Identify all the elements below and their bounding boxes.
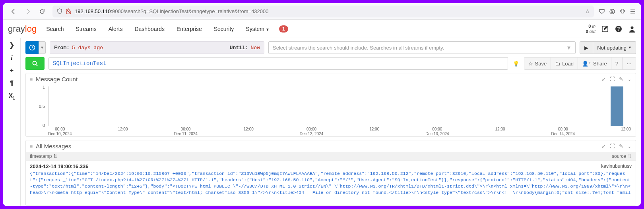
message-count-panel: ≡ Message Count ⤢ ⛶ ✎ ⌄ 10.50 00:00Dec 1… xyxy=(25,73,636,137)
col-source[interactable]: source ⇅ xyxy=(612,153,632,159)
left-rail: ❯ i + ¶ X1 xyxy=(3,38,21,206)
load-button[interactable]: 🗀Load xyxy=(551,58,578,69)
panel-title: Message Count xyxy=(36,76,78,82)
actions-help-icon[interactable]: ? xyxy=(611,58,623,69)
nav-streams[interactable]: Streams xyxy=(74,21,99,37)
refresh-interval-dropdown[interactable]: Not updating▼ xyxy=(593,41,636,54)
all-messages-panel: ≡ All Messages ⤢ ⛶ ✎ ⌄ timestamp ⇅ sourc… xyxy=(25,140,636,206)
expand-sidebar-icon[interactable]: ❯ xyxy=(9,41,14,49)
refresh-play-button[interactable]: ▶ xyxy=(580,41,593,54)
query-help-icon[interactable]: 💡 xyxy=(512,57,520,70)
panel-title: All Messages xyxy=(36,143,71,150)
drag-handle-icon[interactable]: ≡ xyxy=(30,77,33,82)
subscript-icon[interactable]: X1 xyxy=(8,92,15,100)
forward-button[interactable] xyxy=(22,6,33,17)
nav-security[interactable]: Security xyxy=(211,21,237,37)
pocket-icon[interactable] xyxy=(599,8,605,15)
fullscreen-icon[interactable]: ⛶ xyxy=(610,76,615,82)
url-bar[interactable]: 192.168.50.110:9000/search?q=SQLInjectio… xyxy=(52,6,594,17)
browser-bar: 192.168.50.110:9000/search?q=SQLInjectio… xyxy=(3,3,641,20)
notification-badge[interactable]: 1 xyxy=(279,25,288,33)
query-input[interactable]: SQLInjectionTest xyxy=(48,57,508,70)
sort-icon[interactable]: ⇅ xyxy=(53,153,57,159)
extensions-icon[interactable] xyxy=(619,8,626,15)
time-picker-button[interactable] xyxy=(25,41,39,54)
throughput-indicator: 0 in 0 out xyxy=(586,24,596,33)
info-icon[interactable]: i xyxy=(11,54,12,61)
panel-menu-icon[interactable]: ⌄ xyxy=(627,76,632,82)
add-icon[interactable]: + xyxy=(10,67,14,74)
fullscreen-icon[interactable]: ⛶ xyxy=(610,143,615,149)
nav-system[interactable]: System▼ xyxy=(243,21,272,37)
sort-icon[interactable]: ⇅ xyxy=(628,153,632,159)
logo[interactable]: graylog xyxy=(8,24,37,34)
search-button[interactable] xyxy=(25,57,45,70)
table-row[interactable]: 2024-12-14 19:00:16.336 kevinubuntusv {"… xyxy=(26,161,636,197)
edit-icon[interactable]: ✎ xyxy=(619,76,623,82)
table-header: timestamp ⇅ source ⇅ xyxy=(26,152,636,161)
focus-icon[interactable]: ⤢ xyxy=(601,76,606,82)
drag-handle-icon[interactable]: ≡ xyxy=(30,144,33,149)
bookmark-star-icon[interactable]: ☆ xyxy=(585,8,590,14)
svg-point-5 xyxy=(631,26,634,29)
shield-icon xyxy=(56,8,63,15)
svg-text:?: ? xyxy=(617,26,620,32)
paragraph-icon[interactable]: ¶ xyxy=(10,80,14,87)
time-range-display[interactable]: From: 5 days ago Until: Now xyxy=(50,41,264,54)
message-source: kevinubuntusv xyxy=(601,163,632,169)
account-icon[interactable] xyxy=(609,8,615,15)
focus-icon[interactable]: ⤢ xyxy=(601,143,606,149)
lock-strike-icon xyxy=(65,8,72,15)
url-text: 192.168.50.110:9000/search?q=SQLInjectio… xyxy=(75,8,269,14)
svg-point-7 xyxy=(33,61,37,65)
share-button[interactable]: 👤⁺Share xyxy=(578,58,611,69)
edit-icon[interactable]: ✎ xyxy=(619,143,623,149)
help-icon[interactable]: ? xyxy=(615,25,623,33)
reload-button[interactable] xyxy=(37,6,48,17)
message-body: {"transaction":{"time":"14/Dec/2024:19:0… xyxy=(30,171,632,195)
nav-alerts[interactable]: Alerts xyxy=(106,21,125,37)
stream-select[interactable]: Select streams the search should include… xyxy=(268,41,576,54)
col-timestamp[interactable]: timestamp ⇅ xyxy=(30,153,78,159)
more-actions-button[interactable]: ⋯ xyxy=(623,58,636,69)
nav-dashboards[interactable]: Dashboards xyxy=(132,21,167,37)
back-button[interactable] xyxy=(8,6,19,17)
menu-icon[interactable] xyxy=(630,8,636,15)
message-timestamp: 2024-12-14 19:00:16.336 xyxy=(30,163,88,169)
nav-search[interactable]: Search xyxy=(44,21,66,37)
user-icon[interactable] xyxy=(628,25,636,33)
top-nav: graylog Search Streams Alerts Dashboards… xyxy=(3,20,641,38)
save-button[interactable]: ☆Save xyxy=(524,58,551,69)
chart-body[interactable]: 10.50 00:00Dec 10, 202412:0000:00Dec 11,… xyxy=(26,85,636,136)
time-picker-dropdown[interactable]: ▼ xyxy=(39,41,46,54)
panel-menu-icon[interactable]: ⌄ xyxy=(627,143,632,149)
scratchpad-icon[interactable] xyxy=(601,25,609,33)
svg-point-1 xyxy=(611,10,613,12)
nav-enterprise[interactable]: Enterprise xyxy=(174,21,204,37)
